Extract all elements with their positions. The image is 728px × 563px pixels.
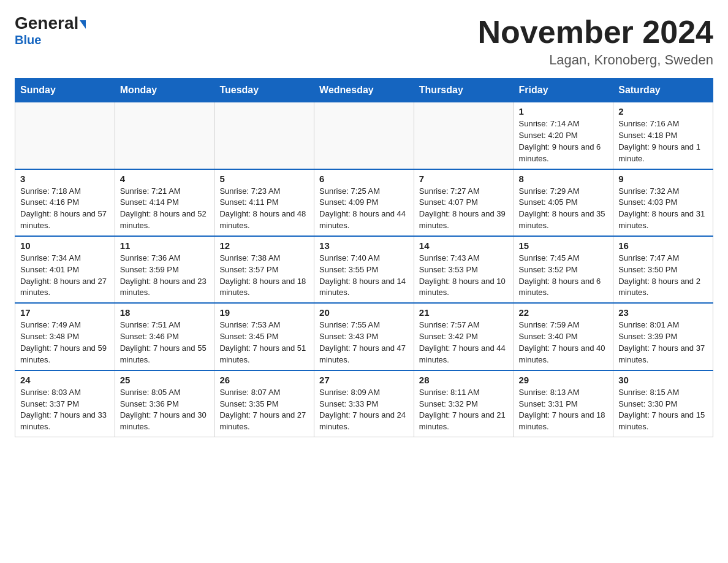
day-info: Sunrise: 7:40 AM Sunset: 3:55 PM Dayligh… xyxy=(319,253,409,299)
day-info: Sunrise: 7:32 AM Sunset: 4:03 PM Dayligh… xyxy=(618,186,708,232)
weekday-header-row: SundayMondayTuesdayWednesdayThursdayFrid… xyxy=(15,79,713,102)
day-number: 21 xyxy=(419,307,509,318)
calendar-cell xyxy=(115,102,214,169)
calendar-cell: 23Sunrise: 8:01 AM Sunset: 3:39 PM Dayli… xyxy=(613,303,713,370)
calendar-cell: 9Sunrise: 7:32 AM Sunset: 4:03 PM Daylig… xyxy=(613,169,713,236)
calendar-cell: 3Sunrise: 7:18 AM Sunset: 4:16 PM Daylig… xyxy=(15,169,115,236)
calendar-cell: 19Sunrise: 7:53 AM Sunset: 3:45 PM Dayli… xyxy=(214,303,314,370)
day-number: 30 xyxy=(618,375,708,385)
day-info: Sunrise: 8:09 AM Sunset: 3:33 PM Dayligh… xyxy=(319,387,409,433)
calendar-cell: 26Sunrise: 8:07 AM Sunset: 3:35 PM Dayli… xyxy=(214,370,314,437)
weekday-header-friday: Friday xyxy=(514,79,613,102)
calendar-cell: 22Sunrise: 7:59 AM Sunset: 3:40 PM Dayli… xyxy=(514,303,613,370)
calendar-cell: 2Sunrise: 7:16 AM Sunset: 4:18 PM Daylig… xyxy=(613,102,713,169)
day-info: Sunrise: 7:25 AM Sunset: 4:09 PM Dayligh… xyxy=(319,186,409,232)
day-info: Sunrise: 8:05 AM Sunset: 3:36 PM Dayligh… xyxy=(120,387,210,433)
day-number: 28 xyxy=(419,375,509,385)
calendar-cell: 5Sunrise: 7:23 AM Sunset: 4:11 PM Daylig… xyxy=(214,169,314,236)
day-number: 18 xyxy=(120,307,210,318)
calendar-cell xyxy=(414,102,514,169)
calendar-cell: 11Sunrise: 7:36 AM Sunset: 3:59 PM Dayli… xyxy=(115,236,214,303)
calendar-cell: 1Sunrise: 7:14 AM Sunset: 4:20 PM Daylig… xyxy=(514,102,613,169)
calendar-cell: 27Sunrise: 8:09 AM Sunset: 3:33 PM Dayli… xyxy=(314,370,414,437)
day-number: 15 xyxy=(519,240,609,251)
calendar-cell: 10Sunrise: 7:34 AM Sunset: 4:01 PM Dayli… xyxy=(15,236,115,303)
calendar-cell: 14Sunrise: 7:43 AM Sunset: 3:53 PM Dayli… xyxy=(414,236,514,303)
day-number: 20 xyxy=(319,307,409,318)
day-number: 16 xyxy=(618,240,708,251)
day-number: 1 xyxy=(519,106,609,117)
calendar-cell: 8Sunrise: 7:29 AM Sunset: 4:05 PM Daylig… xyxy=(514,169,613,236)
logo: General Blue xyxy=(15,15,86,47)
logo-triangle-icon xyxy=(80,20,86,29)
calendar-cell: 12Sunrise: 7:38 AM Sunset: 3:57 PM Dayli… xyxy=(214,236,314,303)
day-number: 4 xyxy=(120,174,210,184)
calendar-cell: 18Sunrise: 7:51 AM Sunset: 3:46 PM Dayli… xyxy=(115,303,214,370)
calendar-week-row: 17Sunrise: 7:49 AM Sunset: 3:48 PM Dayli… xyxy=(15,303,713,370)
day-info: Sunrise: 7:51 AM Sunset: 3:46 PM Dayligh… xyxy=(120,320,210,366)
day-number: 25 xyxy=(120,375,210,385)
weekday-header-tuesday: Tuesday xyxy=(214,79,314,102)
day-info: Sunrise: 7:59 AM Sunset: 3:40 PM Dayligh… xyxy=(519,320,609,366)
day-info: Sunrise: 7:21 AM Sunset: 4:14 PM Dayligh… xyxy=(120,186,210,232)
day-info: Sunrise: 7:55 AM Sunset: 3:43 PM Dayligh… xyxy=(319,320,409,366)
day-number: 14 xyxy=(419,240,509,251)
day-number: 7 xyxy=(419,174,509,184)
calendar-cell: 17Sunrise: 7:49 AM Sunset: 3:48 PM Dayli… xyxy=(15,303,115,370)
calendar-cell: 7Sunrise: 7:27 AM Sunset: 4:07 PM Daylig… xyxy=(414,169,514,236)
day-number: 2 xyxy=(618,106,708,117)
weekday-header-wednesday: Wednesday xyxy=(314,79,414,102)
day-info: Sunrise: 7:18 AM Sunset: 4:16 PM Dayligh… xyxy=(20,186,110,232)
calendar-cell: 28Sunrise: 8:11 AM Sunset: 3:32 PM Dayli… xyxy=(414,370,514,437)
calendar-week-row: 10Sunrise: 7:34 AM Sunset: 4:01 PM Dayli… xyxy=(15,236,713,303)
day-number: 9 xyxy=(618,174,708,184)
calendar-cell: 24Sunrise: 8:03 AM Sunset: 3:37 PM Dayli… xyxy=(15,370,115,437)
weekday-header-monday: Monday xyxy=(115,79,214,102)
day-number: 17 xyxy=(20,307,110,318)
calendar-cell xyxy=(314,102,414,169)
calendar-week-row: 1Sunrise: 7:14 AM Sunset: 4:20 PM Daylig… xyxy=(15,102,713,169)
page-header: General Blue November 2024 Lagan, Kronob… xyxy=(15,15,713,68)
day-number: 10 xyxy=(20,240,110,251)
day-number: 3 xyxy=(20,174,110,184)
weekday-header-saturday: Saturday xyxy=(613,79,713,102)
day-number: 11 xyxy=(120,240,210,251)
calendar-cell: 16Sunrise: 7:47 AM Sunset: 3:50 PM Dayli… xyxy=(613,236,713,303)
day-number: 26 xyxy=(219,375,309,385)
day-info: Sunrise: 7:23 AM Sunset: 4:11 PM Dayligh… xyxy=(219,186,309,232)
day-number: 19 xyxy=(219,307,309,318)
calendar-cell xyxy=(214,102,314,169)
day-info: Sunrise: 7:38 AM Sunset: 3:57 PM Dayligh… xyxy=(219,253,309,299)
day-info: Sunrise: 8:15 AM Sunset: 3:30 PM Dayligh… xyxy=(618,387,708,433)
day-number: 6 xyxy=(319,174,409,184)
calendar-table: SundayMondayTuesdayWednesdayThursdayFrid… xyxy=(15,78,713,437)
day-number: 5 xyxy=(219,174,309,184)
day-info: Sunrise: 7:49 AM Sunset: 3:48 PM Dayligh… xyxy=(20,320,110,366)
calendar-cell: 30Sunrise: 8:15 AM Sunset: 3:30 PM Dayli… xyxy=(613,370,713,437)
day-info: Sunrise: 7:53 AM Sunset: 3:45 PM Dayligh… xyxy=(219,320,309,366)
day-info: Sunrise: 8:03 AM Sunset: 3:37 PM Dayligh… xyxy=(20,387,110,433)
day-number: 24 xyxy=(20,375,110,385)
calendar-cell: 15Sunrise: 7:45 AM Sunset: 3:52 PM Dayli… xyxy=(514,236,613,303)
calendar-cell: 4Sunrise: 7:21 AM Sunset: 4:14 PM Daylig… xyxy=(115,169,214,236)
day-info: Sunrise: 7:34 AM Sunset: 4:01 PM Dayligh… xyxy=(20,253,110,299)
day-info: Sunrise: 7:29 AM Sunset: 4:05 PM Dayligh… xyxy=(519,186,609,232)
calendar-cell: 29Sunrise: 8:13 AM Sunset: 3:31 PM Dayli… xyxy=(514,370,613,437)
location-title: Lagan, Kronoberg, Sweden xyxy=(478,52,713,68)
calendar-week-row: 24Sunrise: 8:03 AM Sunset: 3:37 PM Dayli… xyxy=(15,370,713,437)
day-number: 22 xyxy=(519,307,609,318)
calendar-week-row: 3Sunrise: 7:18 AM Sunset: 4:16 PM Daylig… xyxy=(15,169,713,236)
day-info: Sunrise: 7:45 AM Sunset: 3:52 PM Dayligh… xyxy=(519,253,609,299)
calendar-cell: 20Sunrise: 7:55 AM Sunset: 3:43 PM Dayli… xyxy=(314,303,414,370)
calendar-cell: 13Sunrise: 7:40 AM Sunset: 3:55 PM Dayli… xyxy=(314,236,414,303)
day-info: Sunrise: 8:01 AM Sunset: 3:39 PM Dayligh… xyxy=(618,320,708,366)
month-title: November 2024 xyxy=(478,15,713,50)
calendar-cell: 6Sunrise: 7:25 AM Sunset: 4:09 PM Daylig… xyxy=(314,169,414,236)
calendar-cell xyxy=(15,102,115,169)
calendar-cell: 21Sunrise: 7:57 AM Sunset: 3:42 PM Dayli… xyxy=(414,303,514,370)
day-info: Sunrise: 7:47 AM Sunset: 3:50 PM Dayligh… xyxy=(618,253,708,299)
day-number: 27 xyxy=(319,375,409,385)
day-info: Sunrise: 7:43 AM Sunset: 3:53 PM Dayligh… xyxy=(419,253,509,299)
day-info: Sunrise: 8:11 AM Sunset: 3:32 PM Dayligh… xyxy=(419,387,509,433)
calendar-cell: 25Sunrise: 8:05 AM Sunset: 3:36 PM Dayli… xyxy=(115,370,214,437)
